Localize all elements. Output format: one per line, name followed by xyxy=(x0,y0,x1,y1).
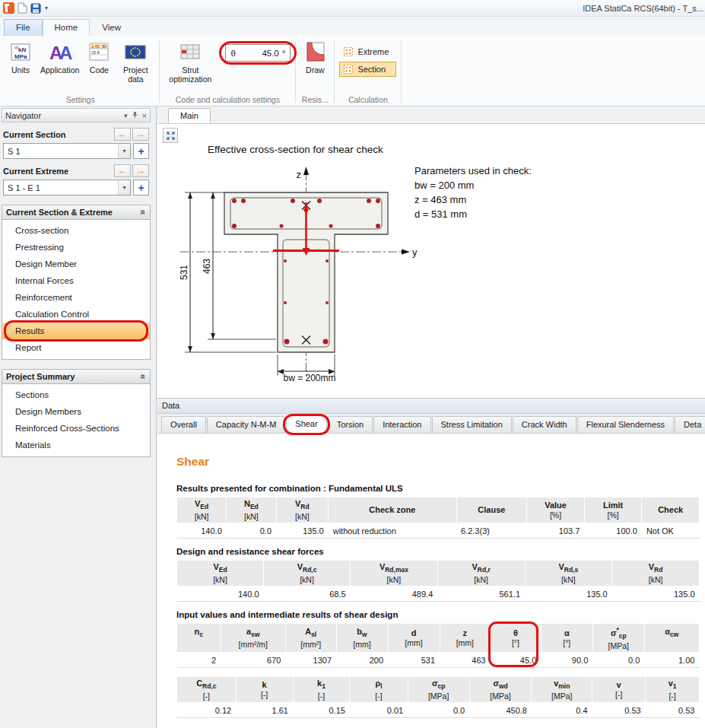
draw-button[interactable]: Draw xyxy=(300,39,329,75)
column-header: VEd[kN] xyxy=(177,498,227,523)
draw-icon xyxy=(303,40,327,64)
strut-optimization-label: Strut optimization xyxy=(167,65,214,84)
nav-item-report[interactable]: Report xyxy=(2,339,150,356)
data-tab-deta[interactable]: Deta xyxy=(675,416,705,433)
window-title: IDEA StatiCa RCS(64bit) - T_s... xyxy=(583,4,703,13)
next-section-button[interactable]: → xyxy=(132,128,149,141)
collapse-icon[interactable]: « xyxy=(138,374,149,380)
nav-item-design-members[interactable]: Design Members xyxy=(2,403,150,420)
nav-item-materials[interactable]: Materials xyxy=(2,437,150,453)
project-data-label: Project data xyxy=(119,65,152,84)
group-header-current-section-extreme[interactable]: Current Section & Extreme « xyxy=(2,205,151,220)
drawing-canvas[interactable]: Effective cross-section for shear check … xyxy=(157,124,705,398)
add-extreme-button[interactable]: + xyxy=(133,180,149,196)
table-cell: 200 xyxy=(336,653,388,668)
code-icon: 1.459025.8 xyxy=(87,40,111,64)
data-tab-torsion[interactable]: Torsion xyxy=(328,416,373,433)
current-section-value: S 1 xyxy=(8,147,21,156)
nav-item-reinforcement[interactable]: Reinforcement xyxy=(2,289,150,306)
nav-item-prestressing[interactable]: Prestressing xyxy=(2,239,150,256)
ribbon-separator xyxy=(401,40,402,103)
data-tab-interaction[interactable]: Interaction xyxy=(373,416,430,433)
column-header: bw[mm] xyxy=(336,624,388,653)
tab-file[interactable]: File xyxy=(4,19,43,36)
code-button[interactable]: 1.459025.8 Code xyxy=(84,39,113,75)
svg-text:kN: kN xyxy=(18,46,26,53)
column-header: VRd,max[kN] xyxy=(351,561,438,587)
group-label-code-calculation: Code and calculation settings xyxy=(160,95,295,104)
application-button[interactable]: AA Application xyxy=(38,39,81,75)
nav-item-sections[interactable]: Sections xyxy=(2,386,150,403)
collapse-icon[interactable]: « xyxy=(138,210,149,215)
column-header: VRd[kN] xyxy=(276,498,329,523)
nav-item-cross-section[interactable]: Cross-section xyxy=(2,222,150,239)
shear-tables: Results presented for combination : Fund… xyxy=(176,484,700,718)
table-caption: Results presented for combination : Fund… xyxy=(176,484,700,493)
previous-section-button[interactable]: ← xyxy=(114,128,131,141)
svg-text:90: 90 xyxy=(102,44,106,49)
table-cell: 135.0 xyxy=(276,523,329,539)
project-data-button[interactable]: Project data xyxy=(116,39,154,84)
annotation-shear-tab xyxy=(283,414,329,435)
table-cell: Not OK xyxy=(642,523,700,539)
tab-home[interactable]: Home xyxy=(43,19,91,36)
group-label-settings: Settings xyxy=(2,95,159,104)
results-table-1: VEd[kN]NEd[kN]VRd[kN]Check zoneClauseVal… xyxy=(176,497,700,539)
table-cell: 0.0 xyxy=(592,653,644,668)
nav-item-calculation-control[interactable]: Calculation Control xyxy=(2,306,150,323)
section-toggle[interactable]: Section xyxy=(339,62,396,77)
column-header: Asl[mm²] xyxy=(285,624,336,653)
navigator-panel: Navigator ▾ × Current Section ← → S 1 ▾ … xyxy=(0,106,157,728)
data-tab-stress-limitation[interactable]: Stress Limitation xyxy=(432,416,512,433)
column-header: NEd[kN] xyxy=(227,498,276,523)
units-button[interactable]: mkNMPa Units xyxy=(6,39,35,75)
tab-view[interactable]: View xyxy=(90,19,133,36)
new-document-icon[interactable] xyxy=(17,2,27,14)
dimension-463: 463 xyxy=(202,259,212,274)
add-section-button[interactable]: + xyxy=(133,143,149,159)
units-label: Units xyxy=(11,65,30,75)
nav-item-design-member[interactable]: Design Member xyxy=(2,256,150,272)
nav-item-reinforced-cross-sections[interactable]: Reinforced Cross-Sections xyxy=(2,420,150,437)
table-cell: 0.01 xyxy=(350,703,408,718)
table-cell: 90.0 xyxy=(541,653,592,668)
pin-icon[interactable] xyxy=(132,111,138,120)
app-window: ▾ IDEA StatiCa RCS(64bit) - T_s... File … xyxy=(0,0,705,728)
theta-input[interactable]: θ 45.0 ° xyxy=(225,44,291,62)
column-header: Limit[%] xyxy=(584,498,642,523)
nav-item-results[interactable]: Results xyxy=(2,323,150,339)
table-cell: 100.0 xyxy=(584,523,642,539)
svg-text:1.45: 1.45 xyxy=(91,44,100,49)
data-tab-overall[interactable]: Overall xyxy=(161,416,206,433)
column-header: z[mm] xyxy=(440,624,491,653)
group-header-project-summary[interactable]: Project Summary « xyxy=(2,369,151,384)
app-logo-icon xyxy=(3,2,14,14)
save-icon[interactable] xyxy=(30,3,41,14)
table-cell: 103.7 xyxy=(527,523,585,539)
previous-extreme-button[interactable]: ← xyxy=(114,164,131,177)
table-cell: 489.4 xyxy=(351,587,438,602)
extreme-toggle[interactable]: Extreme xyxy=(339,44,396,59)
next-extreme-button[interactable]: → xyxy=(132,164,149,177)
tab-main[interactable]: Main xyxy=(168,108,211,123)
column-header: VRd,s[kN] xyxy=(525,561,612,587)
strut-optimization-button[interactable]: Strut optimization xyxy=(164,39,216,84)
menubar: File Home View xyxy=(0,17,705,36)
quickbar-dropdown-icon[interactable]: ▾ xyxy=(45,5,48,11)
table-cell: 6.2.3(3) xyxy=(456,523,527,539)
navigator-menu-icon[interactable]: ▾ xyxy=(124,112,128,119)
table-cell: without reduction xyxy=(329,523,456,539)
data-tab-crack-width[interactable]: Crack Width xyxy=(513,416,576,433)
current-extreme-select[interactable]: S 1 - E 1 ▾ xyxy=(3,180,131,196)
svg-text:MPa: MPa xyxy=(14,53,27,60)
chevron-down-icon: ▾ xyxy=(118,144,130,158)
theta-symbol: θ xyxy=(230,49,235,58)
data-tab-flexural-slenderness[interactable]: Flexural Slenderness xyxy=(577,416,674,433)
current-extreme-value: S 1 - E 1 xyxy=(8,183,40,192)
current-section-select[interactable]: S 1 ▾ xyxy=(3,143,131,159)
close-icon[interactable]: × xyxy=(142,111,147,120)
data-tab-capacity-n-m-m[interactable]: Capacity N-M-M xyxy=(207,416,285,433)
data-tab-shear[interactable]: Shear xyxy=(286,415,326,433)
group-label-resistance: Resis... xyxy=(296,95,334,104)
nav-item-internal-forces[interactable]: Internal Forces xyxy=(2,272,150,289)
